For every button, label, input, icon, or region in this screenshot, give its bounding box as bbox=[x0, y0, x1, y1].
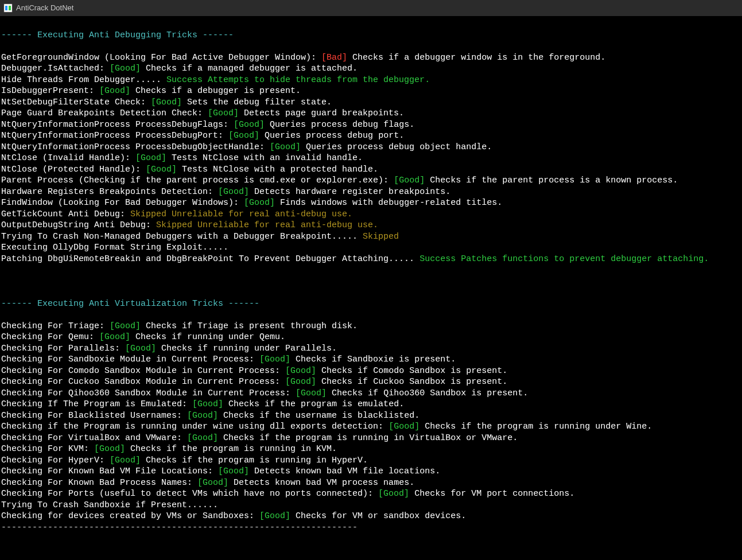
check-description: Checks if a debugger is present. bbox=[130, 86, 301, 96]
output-line: NtQueryInformationProcess ProcessDebugPo… bbox=[1, 130, 741, 142]
status-tag: [Good] bbox=[135, 153, 166, 163]
check-label: Checking For Known Bad Process Names: bbox=[1, 478, 197, 488]
check-label: Checking For KVM: bbox=[1, 444, 94, 454]
output-line: Hide Threads From Debugger..... Success … bbox=[1, 75, 741, 86]
check-label: Debugger.IsAttached: bbox=[1, 64, 110, 73]
window-titlebar[interactable]: AntiCrack DotNet bbox=[0, 0, 742, 16]
output-line: Parent Process (Checking if the parent p… bbox=[1, 175, 741, 186]
check-description: Checks if the program is running under W… bbox=[419, 422, 652, 431]
check-description: Tests NtClose with a protected handle. bbox=[177, 165, 378, 174]
check-label: Checking For HyperV: bbox=[1, 456, 110, 465]
status-tag: [Good] bbox=[187, 433, 218, 443]
check-description: Tests NtClose with an invalid handle. bbox=[166, 153, 363, 163]
check-description: Checks if the program is emulated. bbox=[223, 399, 404, 409]
output-line: Debugger.IsAttached: [Good] Checks if a … bbox=[1, 63, 741, 75]
separator-line: ----------------------------------------… bbox=[1, 522, 741, 534]
svg-rect-1 bbox=[5, 6, 7, 10]
check-description: Checks if the username is blacklisted. bbox=[218, 411, 419, 421]
check-description: Detects page guard breakpoints. bbox=[239, 108, 404, 118]
check-description: Checks if running under Parallels. bbox=[156, 344, 337, 353]
check-label: Checking For Qemu: bbox=[1, 332, 99, 342]
output-line: Page Guard Breakpoints Detection Check: … bbox=[1, 108, 741, 119]
blank-line bbox=[1, 265, 741, 276]
check-label: Checking For VirtualBox and VMware: bbox=[1, 433, 187, 443]
check-description: Checks if the program is running in Virt… bbox=[218, 433, 518, 443]
check-label: Checking For Qihoo360 Sandbox Module in … bbox=[1, 388, 296, 398]
check-description: Attempts to hide threads from the debugg… bbox=[203, 75, 430, 85]
output-line: OutputDebugString Anti Debug: Skipped Un… bbox=[1, 220, 741, 231]
check-description: Detects hardware register breakpoints. bbox=[249, 187, 450, 197]
output-line: Checking For Triage: [Good] Checks if Tr… bbox=[1, 321, 741, 332]
output-line: NtQueryInformationProcess ProcessDebugFl… bbox=[1, 119, 741, 131]
check-description: Queries process debug flags. bbox=[265, 120, 414, 130]
check-description: Checks if Triage is present through disk… bbox=[141, 321, 358, 331]
check-label: Checking if the Program is running under… bbox=[1, 422, 389, 431]
output-line: IsDebuggerPresent: [Good] Checks if a de… bbox=[1, 85, 741, 97]
output-line: Patching DbgUiRemoteBreakin and DbgBreak… bbox=[1, 254, 741, 265]
status-tag: Skipped bbox=[130, 209, 166, 219]
check-description: Patches functions to prevent debugger at… bbox=[456, 254, 709, 264]
output-line: Checking For KVM: [Good] Checks if the p… bbox=[1, 444, 741, 455]
output-line: Checking For Ports (useful to detect VMs… bbox=[1, 488, 741, 500]
svg-rect-2 bbox=[9, 6, 11, 10]
check-label: Hide Threads From Debugger..... bbox=[1, 75, 166, 85]
output-line: NtQueryInformationProcess ProcessDebugOb… bbox=[1, 142, 741, 153]
status-tag: [Good] bbox=[187, 411, 218, 421]
output-line: Checking for devices created by VMs or S… bbox=[1, 511, 741, 522]
section-header: ------ Executing Anti Debugging Tricks -… bbox=[1, 30, 741, 41]
status-tag: [Good] bbox=[244, 198, 275, 208]
status-tag: [Good] bbox=[259, 511, 290, 521]
check-label: Checking For Ports (useful to detect VMs… bbox=[1, 489, 378, 499]
check-label: NtSetDebugFilterState Check: bbox=[1, 98, 151, 107]
status-tag: Skipped bbox=[363, 232, 399, 242]
status-tag: [Good] bbox=[218, 187, 249, 197]
output-line: Trying To Crash Non-Managed Debuggers wi… bbox=[1, 231, 741, 243]
check-description: Checks if running under Qemu. bbox=[130, 332, 285, 342]
status-tag: [Good] bbox=[151, 98, 182, 107]
output-line: Checking For Parallels: [Good] Checks if… bbox=[1, 343, 741, 355]
output-line: Checking For VirtualBox and VMware: [Goo… bbox=[1, 433, 741, 444]
output-line: Checking For HyperV: [Good] Checks if th… bbox=[1, 455, 741, 466]
check-description: Detects known bad VM file locations. bbox=[249, 466, 440, 476]
check-label: Checking For Parallels: bbox=[1, 344, 125, 353]
check-description: Unreliable for real anti-debug use. bbox=[166, 209, 352, 219]
status-tag: [Good] bbox=[94, 444, 125, 454]
status-tag: [Good] bbox=[197, 478, 228, 488]
check-label: GetForegroundWindow (Looking For Bad Act… bbox=[1, 53, 321, 63]
check-label: Page Guard Breakpoints Detection Check: bbox=[1, 108, 208, 118]
section-header: ------ Executing Anti Virtualization Tri… bbox=[1, 298, 741, 310]
output-line: Checking For Qemu: [Good] Checks if runn… bbox=[1, 332, 741, 343]
check-label: IsDebuggerPresent: bbox=[1, 86, 99, 96]
check-label: Checking For Cuckoo Sandbox Module in Cu… bbox=[1, 377, 285, 387]
check-label: NtClose (Invalid Handle): bbox=[1, 153, 135, 163]
status-tag: [Good] bbox=[394, 176, 425, 185]
output-line: Checking For Sandboxie Module in Current… bbox=[1, 354, 741, 365]
status-tag: [Good] bbox=[259, 355, 290, 364]
status-tag: Success bbox=[419, 254, 456, 264]
blank-line bbox=[1, 18, 741, 30]
status-tag: [Good] bbox=[234, 120, 265, 130]
window-title: AntiCrack DotNet bbox=[16, 3, 73, 13]
check-label: NtQueryInformationProcess ProcessDebugPo… bbox=[1, 131, 228, 141]
check-description: Checks if a debugger window is in the fo… bbox=[347, 53, 605, 63]
blank-line bbox=[1, 287, 741, 298]
app-icon bbox=[3, 3, 13, 13]
check-label: Checking For Blacklisted Usernames: bbox=[1, 411, 187, 421]
output-line: Checking If The Program is Emulated: [Go… bbox=[1, 399, 741, 410]
status-tag: [Good] bbox=[378, 489, 409, 499]
output-line: Checking For Blacklisted Usernames: [Goo… bbox=[1, 410, 741, 422]
status-tag: [Good] bbox=[192, 399, 223, 409]
status-tag: [Good] bbox=[125, 344, 156, 353]
check-description: Finds windows with debugger-related titl… bbox=[275, 198, 502, 208]
status-tag: [Good] bbox=[208, 108, 239, 118]
check-label: Patching DbgUiRemoteBreakin and DbgBreak… bbox=[1, 254, 419, 264]
status-tag: Success bbox=[166, 75, 203, 85]
status-tag: [Good] bbox=[228, 131, 259, 141]
check-label: Checking For Triage: bbox=[1, 321, 110, 331]
check-label: FindWindow (Looking For Bad Debugger Win… bbox=[1, 198, 244, 208]
check-description: Checks if the program is running in KVM. bbox=[125, 444, 337, 454]
status-tag: [Good] bbox=[99, 86, 130, 96]
check-label: Trying To Crash Non-Managed Debuggers wi… bbox=[1, 232, 363, 242]
status-tag: [Good] bbox=[285, 377, 316, 387]
status-tag: [Good] bbox=[389, 422, 419, 431]
